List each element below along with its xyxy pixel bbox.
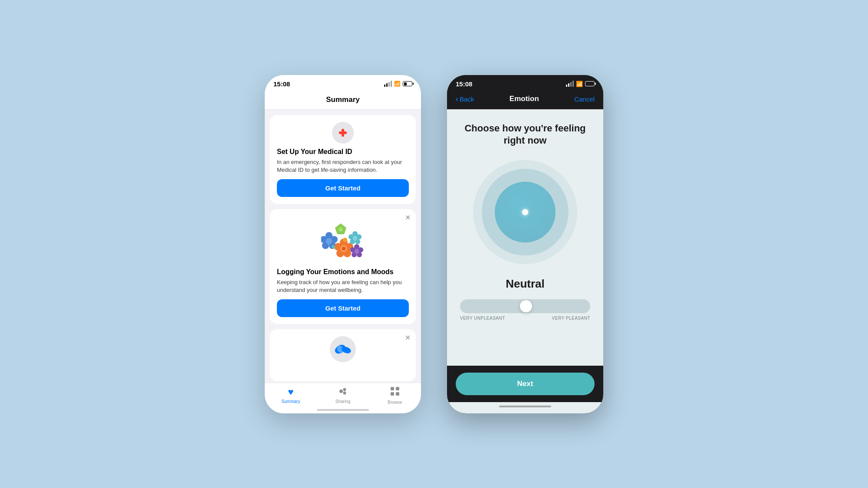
svg-rect-37	[396, 392, 399, 396]
browse-icon	[390, 386, 400, 399]
tab-summary-label: Summary	[282, 399, 300, 404]
emotion-slider-track[interactable]	[460, 299, 590, 313]
small-dot2	[332, 245, 335, 249]
tab-browse[interactable]: Browse	[369, 386, 421, 405]
svg-rect-36	[391, 392, 394, 396]
meds-icon	[334, 341, 352, 357]
dark-status-time: 15:08	[456, 80, 472, 88]
emotions-illustration	[277, 219, 409, 263]
svg-point-14	[342, 247, 345, 250]
nav-bar: ‹ Back Emotion Cancel	[447, 91, 603, 109]
slider-labels: VERY UNPLEASANT VERY PLEASANT	[460, 316, 590, 321]
title-text: Summary	[326, 95, 359, 104]
home-indicator-bar	[499, 406, 551, 407]
heart-icon: ♥	[288, 386, 293, 398]
dark-signal-icon	[566, 81, 574, 87]
slider-right-label: VERY PLEASANT	[552, 316, 590, 321]
signal-icon	[384, 81, 392, 87]
chevron-left-icon: ‹	[456, 95, 458, 104]
medical-id-icon	[332, 122, 354, 144]
status-bar: 15:08 📶	[265, 75, 421, 91]
svg-point-32	[343, 388, 346, 391]
screen-summary: 15:08 📶 Summary	[265, 75, 421, 413]
home-indicator	[317, 409, 369, 411]
tab-browse-label: Browse	[388, 400, 402, 405]
screen-title: Summary	[265, 91, 421, 110]
medical-id-title: Set Up Your Medical ID	[277, 148, 409, 156]
slider-left-label: VERY UNPLEASANT	[460, 316, 505, 321]
sharing-icon	[338, 386, 348, 398]
center-dot	[522, 209, 528, 215]
battery-icon	[403, 81, 412, 86]
svg-point-31	[339, 390, 343, 393]
status-icons: 📶	[384, 81, 412, 87]
medical-id-desc: In an emergency, first responders can lo…	[277, 158, 409, 174]
tab-summary[interactable]: ♥ Summary	[265, 386, 317, 405]
screen-content: Set Up Your Medical ID In an emergency, …	[265, 110, 421, 383]
screen-emotion: 15:08 📶 ‹ Back Emotion Cance	[447, 75, 603, 413]
nav-title: Emotion	[510, 95, 539, 103]
dark-status-bar: 15:08 📶	[447, 75, 603, 91]
emotions-card: ✕	[270, 209, 416, 324]
third-card: ✕	[270, 329, 416, 381]
svg-rect-35	[396, 387, 399, 390]
meds-icon-circle	[330, 336, 356, 362]
svg-point-1	[339, 227, 343, 232]
svg-point-20	[353, 236, 357, 240]
emotions-desc: Keeping track of how you are feeling can…	[277, 278, 409, 294]
emotion-content: Choose how you're feeling right now Neut…	[447, 109, 603, 366]
browse-icon-svg	[390, 386, 400, 396]
red-cross-icon	[338, 128, 348, 138]
flowers-svg	[321, 222, 365, 261]
dark-status-icons: 📶	[566, 81, 595, 87]
small-dot	[343, 238, 347, 242]
emotions-title: Logging Your Emotions and Moods	[277, 268, 409, 276]
emotions-get-started-button[interactable]: Get Started	[277, 299, 409, 317]
svg-point-7	[326, 238, 332, 244]
back-button[interactable]: ‹ Back	[456, 95, 474, 104]
wifi-icon: 📶	[394, 81, 401, 87]
cancel-button[interactable]: Cancel	[574, 95, 595, 103]
svg-rect-34	[391, 387, 394, 390]
back-label: Back	[460, 95, 474, 103]
third-card-close-button[interactable]: ✕	[405, 334, 411, 342]
slider-thumb	[520, 300, 532, 312]
medical-id-get-started-button[interactable]: Get Started	[277, 179, 409, 197]
tab-sharing[interactable]: Sharing	[317, 386, 369, 405]
medical-id-card: Set Up Your Medical ID In an emergency, …	[270, 115, 416, 204]
screen2-home-indicator	[447, 402, 603, 413]
emotion-heading: Choose how you're feeling right now	[456, 122, 595, 147]
svg-point-26	[355, 249, 359, 253]
tab-sharing-label: Sharing	[335, 399, 350, 404]
svg-point-33	[343, 391, 346, 394]
sharing-icon-svg	[338, 387, 348, 395]
emotion-circle-selector[interactable]	[473, 160, 577, 264]
emotion-label: Neutral	[506, 277, 545, 291]
dark-battery-icon	[585, 81, 595, 86]
emotion-slider-container: VERY UNPLEASANT VERY PLEASANT	[456, 299, 595, 321]
next-button[interactable]: Next	[456, 373, 595, 395]
status-time: 15:08	[273, 80, 290, 88]
dark-wifi-icon: 📶	[576, 81, 583, 87]
